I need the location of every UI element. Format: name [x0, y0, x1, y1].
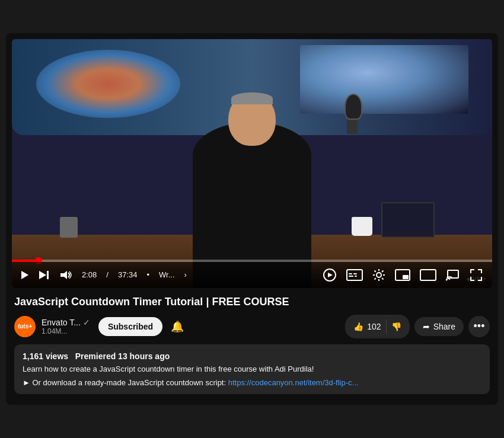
skip-icon: [38, 270, 50, 280]
volume-icon: [59, 270, 72, 280]
mug: [352, 217, 372, 236]
notifications-button[interactable]: 🔔: [168, 318, 186, 335]
video-stats: 1,161 views Premiered 13 hours ago: [23, 351, 481, 361]
view-count: 1,161 views: [23, 351, 68, 361]
pencil-cup: [60, 217, 78, 238]
svg-point-10: [377, 273, 381, 277]
miniplayer-icon: [395, 269, 410, 281]
svg-marker-0: [39, 271, 46, 279]
cast-icon: [446, 269, 460, 281]
svg-rect-5: [347, 270, 362, 280]
like-divider: [386, 319, 387, 334]
svg-rect-12: [403, 275, 409, 279]
captions-button[interactable]: [344, 267, 365, 283]
channel-name-row: Envato T... ✓: [42, 318, 90, 327]
like-count: 102: [367, 322, 381, 331]
verified-badge: ✓: [83, 318, 90, 327]
description-link-row: ► Or download a ready-made JavaScript co…: [23, 378, 481, 387]
like-icon: 👍: [353, 322, 363, 331]
channel-name[interactable]: Envato T...: [42, 318, 81, 327]
video-title: JavaScript Countdown Timer Tutorial | FR…: [14, 295, 490, 309]
svg-marker-4: [328, 273, 333, 277]
settings-button[interactable]: [370, 266, 388, 284]
description-text: Learn how to create a JavaScript countdo…: [23, 363, 481, 375]
video-player[interactable]: ●tuts+: [12, 39, 492, 288]
settings-icon: [372, 268, 385, 282]
autoplay-icon: [323, 268, 337, 282]
more-options-button[interactable]: •••: [468, 316, 490, 337]
youtube-player-container: ●tuts+: [6, 33, 498, 405]
volume-button[interactable]: [57, 267, 75, 283]
codecanyon-link[interactable]: https://codecanyon.net/item/3d-flip-c...: [228, 378, 359, 387]
share-icon: ➦: [423, 322, 430, 331]
channel-avatar[interactable]: tuts+: [14, 316, 36, 337]
svg-rect-9: [355, 276, 357, 277]
desk-items: [60, 217, 78, 238]
time-current: 2:08: [82, 270, 97, 279]
subscribe-button[interactable]: Subscribed: [98, 317, 162, 336]
svg-rect-6: [349, 273, 352, 274]
time-separator: /: [106, 270, 109, 279]
autoplay-button[interactable]: [320, 266, 339, 284]
channel-subscribers: 1.04M...: [42, 327, 90, 335]
dislike-icon: 👎: [391, 322, 401, 331]
controls-bar: 2:08 / 37:34 • Wr... ›: [12, 262, 492, 288]
svg-marker-2: [60, 271, 67, 279]
action-buttons: 👍 102 👎 ➦ Share •••: [345, 315, 490, 338]
svg-rect-7: [353, 273, 357, 274]
dot-separator: •: [146, 270, 149, 279]
channel-info: Envato T... ✓ 1.04M...: [42, 318, 90, 335]
microphone: [347, 98, 358, 134]
cast-button[interactable]: [444, 267, 462, 283]
theater-icon: [420, 269, 436, 281]
tv-screen: [300, 45, 468, 113]
share-label: Share: [433, 322, 455, 331]
description-link-prefix: ► Or download a ready-made JavaScript co…: [23, 378, 228, 387]
theater-button[interactable]: [417, 267, 439, 283]
fullscreen-icon: [470, 268, 483, 282]
chapter-arrow[interactable]: ›: [184, 270, 187, 279]
play-icon: [21, 271, 28, 279]
miniplayer-button[interactable]: [393, 267, 413, 283]
share-button[interactable]: ➦ Share: [414, 317, 464, 336]
next-button[interactable]: [36, 267, 52, 283]
svg-rect-8: [349, 276, 353, 277]
chapter-label: Wr...: [159, 270, 174, 279]
play-button[interactable]: [19, 268, 31, 282]
premiered-text: Premiered 13 hours ago: [75, 351, 170, 361]
channel-row: tuts+ Envato T... ✓ 1.04M... Subscribed …: [14, 315, 490, 338]
captions-icon: [346, 269, 363, 281]
svg-rect-1: [47, 271, 49, 279]
fullscreen-button[interactable]: [467, 266, 485, 284]
video-info: JavaScript Countdown Timer Tutorial | FR…: [12, 288, 492, 399]
svg-rect-13: [420, 270, 436, 280]
time-total: 37:34: [118, 270, 138, 279]
like-button[interactable]: 👍 102 👎: [345, 315, 409, 338]
monitor-small: [381, 202, 435, 238]
description-box[interactable]: 1,161 views Premiered 13 hours ago Learn…: [14, 344, 490, 395]
video-thumbnail: ●tuts+: [12, 39, 492, 288]
person-head: [228, 92, 276, 146]
more-icon: •••: [474, 320, 485, 333]
